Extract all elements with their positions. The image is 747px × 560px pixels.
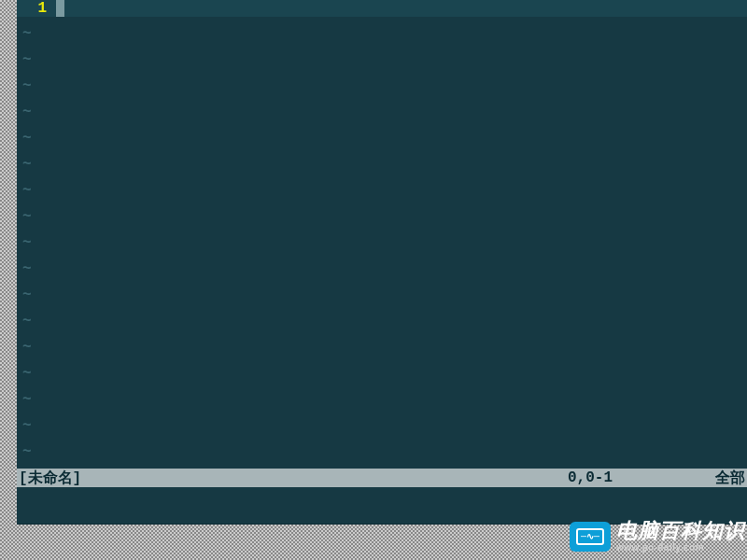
status-scroll: 全部	[715, 469, 745, 488]
empty-line-tilde: ~	[17, 99, 747, 125]
watermark: ─∿─ 电脑百科知识 www.pc-daily.com	[570, 521, 745, 553]
empty-line-tilde: ~	[17, 386, 747, 413]
empty-line-tilde: ~	[17, 413, 747, 439]
line-number: 1	[17, 0, 56, 17]
empty-line-tilde: ~	[17, 439, 747, 465]
empty-line-tilde: ~	[17, 360, 747, 386]
status-bar: [未命名] 0,0-1 全部	[17, 469, 747, 487]
empty-lines-area[interactable]: ~~~~~~~~~~~~~~~~~	[17, 17, 747, 469]
watermark-logo-icon: ─∿─	[570, 522, 611, 552]
pulse-icon: ─∿─	[581, 531, 599, 542]
cursor	[56, 0, 64, 17]
empty-line-tilde: ~	[17, 177, 747, 203]
empty-line-tilde: ~	[17, 334, 747, 360]
command-line-area[interactable]	[17, 487, 747, 524]
empty-line-tilde: ~	[17, 203, 747, 230]
empty-line-tilde: ~	[17, 308, 747, 334]
empty-line-tilde: ~	[17, 282, 747, 308]
empty-line-tilde: ~	[17, 151, 747, 177]
status-cursor-position: 0,0-1	[568, 469, 613, 486]
empty-line-tilde: ~	[17, 47, 747, 73]
watermark-title: 电脑百科知识	[616, 521, 745, 541]
empty-line-tilde: ~	[17, 256, 747, 282]
current-line[interactable]: 1	[17, 0, 747, 17]
empty-line-tilde: ~	[17, 21, 747, 47]
empty-line-tilde: ~	[17, 73, 747, 99]
empty-line-tilde: ~	[17, 125, 747, 151]
status-filename: [未命名]	[19, 469, 81, 488]
empty-line-tilde: ~	[17, 230, 747, 256]
watermark-url: www.pc-daily.com	[616, 543, 745, 553]
text-editor[interactable]: 1 ~~~~~~~~~~~~~~~~~ [未命名] 0,0-1 全部	[17, 0, 747, 525]
